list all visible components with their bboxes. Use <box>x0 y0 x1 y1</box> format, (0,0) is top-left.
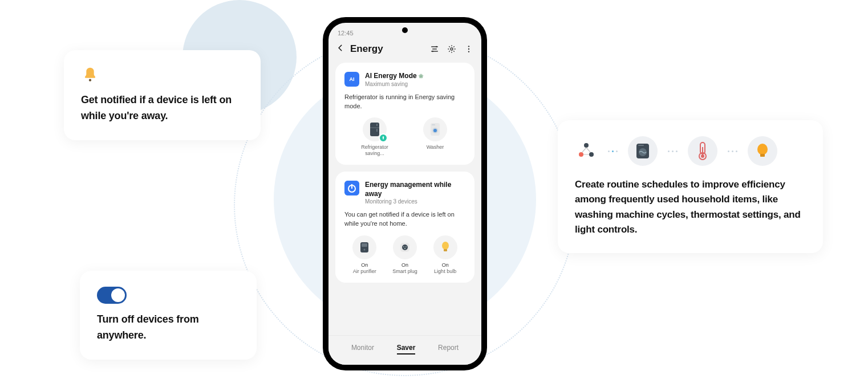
tab-report[interactable]: Report <box>438 344 459 355</box>
device-refrigerator[interactable]: Refrigerator saving... <box>356 117 393 157</box>
ai-badge-icon: AI <box>344 72 359 87</box>
svg-point-13 <box>436 46 437 48</box>
thermometer-icon <box>688 136 717 166</box>
svg-point-17 <box>468 48 469 50</box>
device-name: Smart plug <box>392 268 417 275</box>
svg-point-16 <box>468 46 469 47</box>
device-state: On <box>401 262 408 268</box>
svg-point-1 <box>584 143 589 148</box>
svg-rect-22 <box>376 124 378 126</box>
svg-rect-5 <box>638 145 644 146</box>
device-state: On <box>442 262 449 268</box>
more-icon[interactable] <box>464 44 473 54</box>
phone-screen: 12:45 Energy <box>328 23 481 365</box>
routine-icon <box>575 140 598 162</box>
back-button[interactable] <box>336 44 344 54</box>
panel-title: AI Energy Mode <box>365 72 417 80</box>
svg-point-18 <box>468 51 469 52</box>
svg-point-35 <box>402 245 408 250</box>
tab-saver[interactable]: Saver <box>397 344 416 355</box>
svg-rect-40 <box>444 249 447 251</box>
svg-point-11 <box>757 144 768 155</box>
washer-icon <box>423 117 447 141</box>
phone-frame: 12:45 Energy <box>323 17 487 370</box>
feature-card-notify: Get notified if a device is left on whil… <box>64 50 261 140</box>
svg-text:AI: AI <box>350 76 355 82</box>
filter-icon[interactable] <box>430 44 439 54</box>
connector-dots <box>668 150 678 152</box>
camera-hole <box>402 27 408 33</box>
svg-rect-32 <box>362 243 367 247</box>
svg-point-33 <box>364 249 366 251</box>
svg-point-0 <box>89 79 91 82</box>
refrigerator-icon <box>363 117 387 141</box>
device-smart-plug[interactable]: On Smart plug <box>387 235 423 275</box>
lightbulb-icon <box>748 136 777 166</box>
routine-icon-row <box>575 136 806 166</box>
feature-card-text: Turn off devices from anywhere. <box>97 312 240 344</box>
device-state: On <box>361 262 368 268</box>
air-purifier-icon <box>352 235 376 259</box>
connector-dots <box>728 150 737 152</box>
settings-icon[interactable] <box>447 44 456 54</box>
smart-plug-icon <box>393 235 417 259</box>
device-washer[interactable]: Washer <box>417 117 453 157</box>
lightbulb-icon <box>433 235 457 259</box>
svg-rect-27 <box>432 124 435 125</box>
svg-rect-23 <box>376 129 378 132</box>
leaf-icon: ❀ <box>419 73 423 79</box>
eco-badge-icon <box>379 133 388 142</box>
svg-point-3 <box>589 152 594 157</box>
svg-point-15 <box>451 48 453 50</box>
svg-point-39 <box>442 242 449 250</box>
device-name: Refrigerator <box>361 144 388 150</box>
svg-rect-20 <box>370 123 379 136</box>
panel-subtitle: Maximum saving <box>365 81 423 87</box>
connector-dots <box>608 150 618 152</box>
svg-point-14 <box>432 51 433 52</box>
svg-rect-38 <box>404 248 405 249</box>
device-state: saving... <box>365 150 384 157</box>
panel-message: Refrigerator is running in Energy saving… <box>344 93 465 111</box>
svg-point-36 <box>403 246 404 247</box>
panel-subtitle: Monitoring 3 devices <box>365 198 465 205</box>
away-management-panel[interactable]: Energy management while away Monitoring … <box>335 172 474 283</box>
device-air-purifier[interactable]: On Air purifier <box>346 235 383 275</box>
panel-message: You can get notified if a device is left… <box>344 210 465 229</box>
toggle-switch-icon <box>97 287 127 304</box>
device-name: Air purifier <box>353 268 376 275</box>
washer-icon <box>628 136 658 166</box>
bell-icon <box>81 66 99 84</box>
svg-point-26 <box>433 129 437 132</box>
svg-point-2 <box>579 152 583 157</box>
svg-point-37 <box>405 246 407 247</box>
panel-title: Energy management while away <box>365 181 465 198</box>
power-badge-icon <box>344 181 359 195</box>
device-name: Light bulb <box>434 268 456 275</box>
feature-card-routine: Create routine schedules to improve effi… <box>558 120 823 253</box>
app-header: Energy <box>328 39 481 63</box>
feature-card-toggle: Turn off devices from anywhere. <box>80 271 257 360</box>
tab-monitor[interactable]: Monitor <box>351 344 374 355</box>
page-title: Energy <box>350 43 424 55</box>
device-light-bulb[interactable]: On Light bulb <box>427 235 464 275</box>
ai-energy-panel[interactable]: AI AI Energy Mode❀ Maximum saving Refrig… <box>335 63 474 165</box>
bottom-tabs: Monitor Saver Report <box>328 335 481 365</box>
feature-card-text: Get notified if a device is left on whil… <box>81 92 244 124</box>
device-name: Washer <box>427 144 444 150</box>
svg-rect-12 <box>760 154 765 157</box>
feature-card-text: Create routine schedules to improve effi… <box>575 177 806 237</box>
